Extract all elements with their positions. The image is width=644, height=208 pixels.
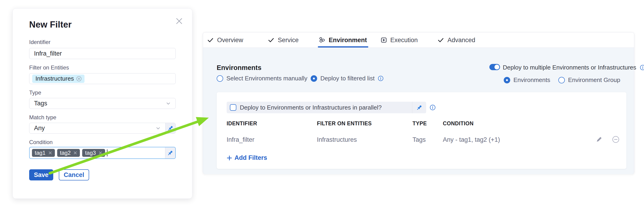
radio-icon[interactable] bbox=[504, 77, 510, 84]
condition-chip-label: tag2 bbox=[60, 150, 71, 156]
chevron-down-icon bbox=[155, 125, 161, 131]
match-type-select[interactable]: Any bbox=[29, 123, 176, 134]
radio-icon[interactable] bbox=[311, 75, 317, 82]
info-icon[interactable] bbox=[430, 104, 436, 112]
tab-advanced[interactable]: Advanced bbox=[437, 32, 475, 48]
info-icon[interactable] bbox=[640, 64, 644, 70]
stage-tabbar: Overview Service Environment Ex bbox=[203, 32, 634, 48]
check-icon bbox=[437, 36, 444, 44]
col-header-identifier: IDENTIFIER bbox=[227, 120, 257, 127]
pin-button[interactable] bbox=[412, 102, 426, 113]
multi-env-toggle-label: Deploy to multiple Environments or Infra… bbox=[503, 64, 644, 71]
edit-filter-icon[interactable] bbox=[596, 136, 603, 144]
filters-card: Deploy to Environments or Infrastructure… bbox=[217, 92, 626, 169]
chip-remove-icon[interactable] bbox=[76, 76, 82, 82]
close-icon[interactable] bbox=[175, 17, 183, 25]
identifier-label: Identifier bbox=[29, 39, 50, 46]
remove-filter-icon[interactable] bbox=[612, 136, 620, 144]
identifier-field[interactable] bbox=[29, 48, 176, 59]
tab-execution[interactable]: Execution bbox=[380, 32, 418, 48]
condition-chip-label: tag1 bbox=[35, 150, 46, 156]
row-identifier: Infra_filter bbox=[227, 136, 254, 144]
parallel-checkbox[interactable] bbox=[230, 104, 236, 111]
type-label: Type bbox=[29, 90, 41, 96]
info-icon[interactable] bbox=[378, 76, 384, 81]
radio-label: Environments bbox=[514, 76, 550, 84]
entities-chip-label: Infrastructures bbox=[36, 75, 74, 82]
tab-label: Advanced bbox=[448, 36, 475, 44]
chip-remove-icon[interactable] bbox=[48, 151, 52, 155]
radio-environments[interactable]: Environments bbox=[504, 76, 550, 84]
environments-heading: Environments bbox=[217, 64, 261, 72]
add-filters-label: Add Filters bbox=[234, 154, 267, 162]
condition-field[interactable]: tag1 tag2 tag3 bbox=[29, 147, 176, 159]
chip-remove-icon[interactable] bbox=[74, 151, 77, 155]
radio-label: Select Environments manually bbox=[226, 75, 308, 82]
condition-chip: tag2 bbox=[57, 149, 80, 157]
cancel-button[interactable]: Cancel bbox=[59, 169, 89, 180]
tab-label: Service bbox=[278, 36, 298, 44]
tab-overview[interactable]: Overview bbox=[207, 32, 243, 48]
tab-service[interactable]: Service bbox=[268, 32, 298, 48]
parallel-option-bar: Deploy to Environments or Infrastructure… bbox=[227, 102, 426, 113]
pipeline-stage-panel: Overview Service Environment Ex bbox=[203, 32, 634, 174]
tab-label: Execution bbox=[390, 36, 418, 44]
type-value: Tags bbox=[30, 100, 165, 107]
toggle-label-text: Deploy to multiple Environments or Infra… bbox=[503, 64, 636, 71]
tab-environment[interactable]: Environment bbox=[318, 32, 367, 48]
row-entities: Infrastructures bbox=[317, 136, 357, 144]
pin-icon bbox=[167, 125, 174, 131]
pin-button[interactable] bbox=[165, 123, 176, 134]
condition-chip: tag1 bbox=[32, 149, 55, 157]
radio-select-manually[interactable]: Select Environments manually bbox=[217, 75, 308, 82]
col-header-condition: CONDITION bbox=[443, 120, 474, 127]
chevron-down-icon bbox=[165, 100, 171, 106]
match-type-label: Match type bbox=[29, 114, 56, 121]
radio-icon[interactable] bbox=[558, 77, 565, 84]
col-header-entities: FILTER ON ENTITIES bbox=[317, 120, 372, 127]
pencil-icon bbox=[596, 136, 603, 143]
check-icon bbox=[207, 36, 214, 44]
condition-label: Condition bbox=[29, 139, 52, 146]
multi-env-toggle[interactable] bbox=[489, 64, 500, 70]
execution-icon bbox=[380, 37, 387, 43]
row-condition: Any - tag1, tag2 (+1) bbox=[443, 136, 500, 144]
chip-remove-icon[interactable] bbox=[98, 151, 102, 155]
col-header-type: TYPE bbox=[412, 120, 427, 127]
radio-label: Environment Group bbox=[568, 76, 620, 84]
entities-chip: Infrastructures bbox=[32, 74, 84, 83]
minus-circle-icon bbox=[612, 136, 620, 143]
type-select[interactable]: Tags bbox=[29, 98, 176, 109]
parallel-label: Deploy to Environments or Infrastructure… bbox=[240, 104, 412, 111]
radio-icon[interactable] bbox=[217, 75, 223, 82]
condition-chip-label: tag3 bbox=[85, 150, 96, 156]
match-type-value: Any bbox=[30, 124, 155, 132]
environment-tab-content: Environments Select Environments manuall… bbox=[203, 48, 634, 174]
screen: New Filter Identifier Filter on Entities… bbox=[0, 0, 644, 208]
row-type: Tags bbox=[412, 136, 426, 144]
plus-icon bbox=[227, 155, 232, 161]
add-filters-button[interactable]: Add Filters bbox=[227, 154, 267, 162]
pin-icon bbox=[167, 150, 174, 156]
entities-field[interactable]: Infrastructures bbox=[29, 73, 176, 84]
environment-icon bbox=[318, 36, 326, 44]
tab-label: Environment bbox=[329, 36, 367, 44]
identifier-input[interactable] bbox=[30, 48, 176, 59]
radio-label: Deploy to filtered list bbox=[320, 75, 374, 82]
check-icon bbox=[268, 36, 274, 44]
new-filter-modal: New Filter Identifier Filter on Entities… bbox=[12, 8, 192, 199]
active-tab-underline bbox=[318, 46, 368, 48]
modal-title: New Filter bbox=[29, 20, 72, 30]
pin-icon bbox=[416, 104, 422, 111]
radio-deploy-filtered[interactable]: Deploy to filtered list bbox=[311, 75, 384, 82]
condition-chip: tag3 bbox=[82, 149, 105, 157]
entities-label: Filter on Entities bbox=[29, 64, 69, 71]
pin-button[interactable] bbox=[165, 147, 175, 158]
radio-environment-group[interactable]: Environment Group bbox=[558, 76, 620, 84]
text-cursor bbox=[107, 150, 108, 156]
save-button[interactable]: Save bbox=[29, 169, 53, 180]
tab-label: Overview bbox=[217, 36, 243, 44]
